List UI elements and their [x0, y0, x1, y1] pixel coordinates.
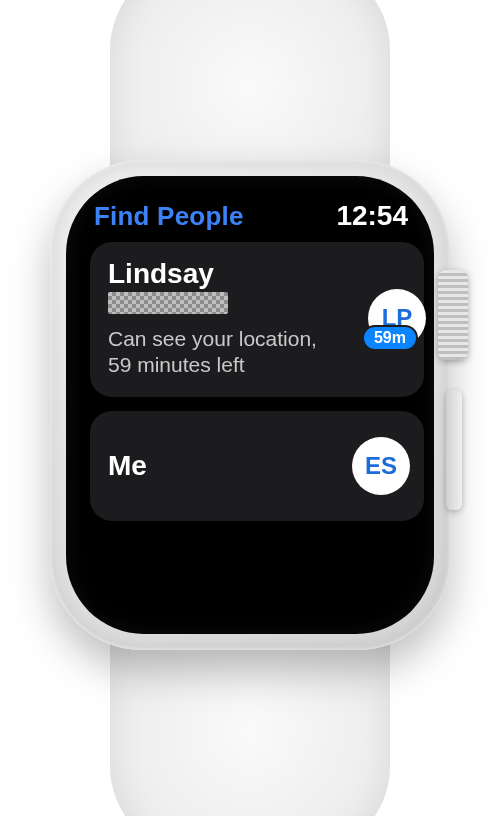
me-avatar-wrap: ES — [352, 437, 410, 495]
person-subtitle: Can see your location, 59 minutes left — [108, 326, 344, 379]
me-avatar-initials: ES — [365, 452, 397, 480]
me-avatar: ES — [352, 437, 410, 495]
me-label: Me — [108, 450, 344, 482]
clock: 12:54 — [336, 200, 408, 232]
side-button[interactable] — [446, 390, 462, 510]
watch-bezel: Find People 12:54 Lindsay Can see your l… — [66, 176, 434, 634]
person-row[interactable]: Lindsay Can see your location, 59 minute… — [90, 242, 424, 397]
apple-watch: Find People 12:54 Lindsay Can see your l… — [0, 0, 500, 816]
digital-crown[interactable] — [438, 270, 468, 360]
app-title[interactable]: Find People — [94, 201, 244, 232]
status-bar: Find People 12:54 — [90, 200, 424, 242]
people-list: Lindsay Can see your location, 59 minute… — [90, 242, 424, 521]
watch-case: Find People 12:54 Lindsay Can see your l… — [50, 160, 450, 650]
person-text: Lindsay Can see your location, 59 minute… — [108, 258, 344, 379]
person-avatar-wrap: LP 59m — [352, 289, 410, 347]
me-text: Me — [108, 450, 344, 482]
person-name: Lindsay — [108, 258, 344, 290]
person-surname-redacted — [108, 292, 228, 314]
screen: Find People 12:54 Lindsay Can see your l… — [66, 176, 434, 634]
me-row[interactable]: Me ES — [90, 411, 424, 521]
distance-badge: 59m — [364, 327, 416, 349]
